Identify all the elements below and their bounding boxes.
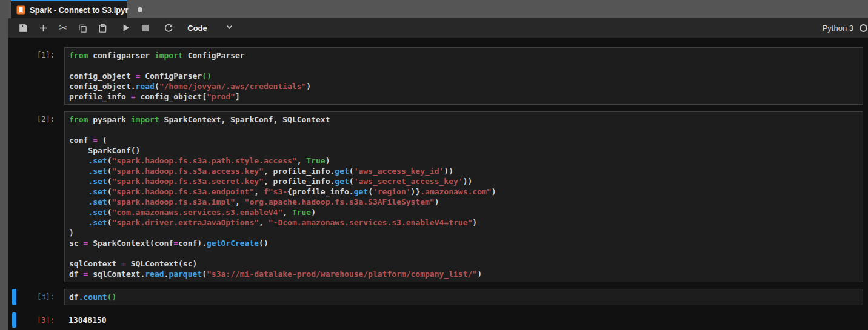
scissors-icon: ✂	[59, 23, 67, 33]
output-prompt: [3]:	[16, 312, 56, 328]
code-line: from pyspark import SparkContext, SparkC…	[69, 114, 858, 125]
input-prompt: [3]:	[16, 289, 56, 305]
kernel-status-icon[interactable]	[860, 24, 867, 32]
code-line: .set("spark.hadoop.fs.s3a.secret.key", p…	[69, 176, 858, 186]
window-edge-strip	[0, 0, 8, 330]
code-line: df = sqlContext.read.parquet("s3a://mi-d…	[69, 269, 858, 279]
code-line: .set("spark.hadoop.fs.s3a.access.key", p…	[69, 166, 858, 176]
code-line: config_object.read("/home/jovyan/.aws/cr…	[69, 81, 858, 91]
notebook-toolbar: ✂	[8, 18, 868, 38]
code-line: .set("spark.hadoop.fs.s3a.path.style.acc…	[69, 156, 858, 166]
tab-dirty-indicator[interactable]	[138, 7, 142, 12]
code-line: SparkConf()	[69, 145, 858, 156]
play-icon	[122, 24, 130, 32]
input-prompt: [1]:	[16, 47, 56, 105]
code-cell: [3]:df.count()	[8, 289, 863, 305]
tab-title: Spark - Connect to S3.ipyr	[30, 5, 129, 15]
cell-collapser[interactable]	[12, 289, 16, 305]
code-line: )	[69, 228, 858, 238]
output-row: [3]: 13048150	[8, 312, 863, 328]
restart-icon	[164, 23, 173, 33]
code-line	[69, 248, 858, 259]
code-line: profile_info = config_object["prod"]	[69, 91, 858, 102]
cell-editor[interactable]: df.count()	[64, 289, 863, 305]
code-line: .set("spark.hadoop.fs.s3a.impl", "org.ap…	[69, 197, 858, 207]
code-line: conf = (	[69, 135, 858, 145]
code-line: df.count()	[69, 292, 858, 302]
code-line: .set("spark.hadoop.fs.s3a.endpoint", f"s…	[69, 186, 858, 197]
restart-kernel-button[interactable]	[158, 19, 179, 36]
save-button[interactable]	[13, 19, 33, 36]
input-prompt: [2]:	[16, 111, 56, 282]
run-cell-button[interactable]	[116, 19, 136, 36]
stop-icon	[141, 24, 149, 32]
code-line: sc = SparkContext(conf=conf).getOrCreate…	[69, 238, 858, 248]
cells: [1]:from configparser import ConfigParse…	[8, 47, 868, 305]
code-cell: [2]:from pyspark import SparkContext, Sp…	[8, 111, 863, 282]
code-line: sqlContext = SQLContext(sc)	[69, 259, 858, 269]
paste-icon	[98, 24, 107, 33]
insert-cell-button[interactable]	[33, 19, 53, 36]
copy-cells-button[interactable]	[73, 19, 93, 36]
cell-collapser[interactable]	[12, 47, 16, 105]
plus-icon	[39, 24, 48, 33]
output-value: 13048150	[64, 312, 863, 328]
code-cell: [1]:from configparser import ConfigParse…	[8, 47, 863, 105]
cell-type-value: Code	[187, 24, 207, 33]
code-line	[69, 61, 858, 71]
notebook-tab[interactable]: Spark - Connect to S3.ipyr	[11, 0, 127, 18]
cut-cells-button[interactable]: ✂	[53, 19, 73, 36]
cell-editor[interactable]: from pyspark import SparkContext, SparkC…	[64, 111, 863, 282]
interrupt-kernel-button[interactable]	[136, 19, 155, 36]
output-collapser[interactable]	[12, 312, 16, 328]
code-line: .set("com.amazonaws.services.s3.enableV4…	[69, 207, 858, 217]
code-line: .set("spark.driver.extraJavaOptions", "-…	[69, 217, 858, 228]
cell-editor[interactable]: from configparser import ConfigParsercon…	[64, 47, 863, 105]
code-line: from configparser import ConfigParser	[69, 50, 858, 61]
code-line	[69, 125, 858, 135]
copy-icon	[78, 24, 87, 33]
kernel-name[interactable]: Python 3	[823, 24, 853, 33]
paste-cells-button[interactable]	[93, 19, 113, 36]
code-line: config_object = ConfigParser()	[69, 71, 858, 81]
cell-type-select[interactable]: Code	[187, 22, 233, 33]
cell-collapser[interactable]	[12, 111, 16, 282]
toolbar-right: Python 3	[823, 24, 862, 33]
notebook-icon	[16, 5, 25, 15]
notebook-panel: [1]:from configparser import ConfigParse…	[8, 39, 868, 330]
save-icon	[19, 24, 28, 33]
chevron-down-icon	[225, 22, 233, 33]
tab-bar: Spark - Connect to S3.ipyr	[8, 0, 868, 18]
